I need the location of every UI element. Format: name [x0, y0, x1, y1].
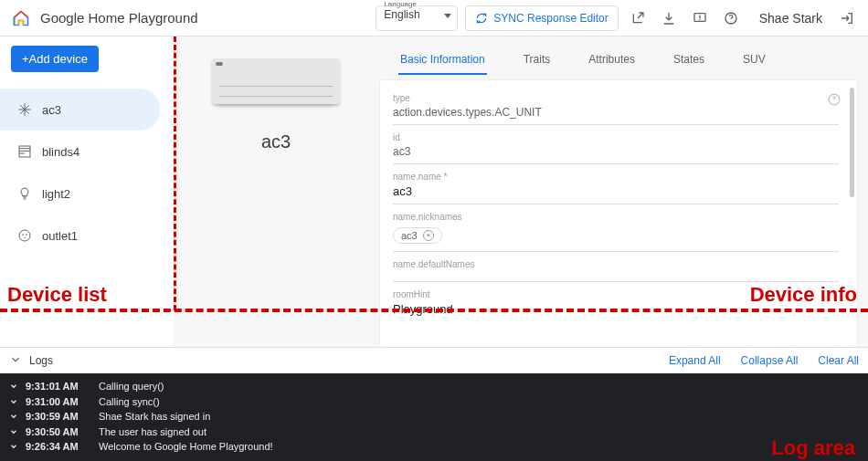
logs-toggle-icon[interactable] — [9, 353, 22, 369]
help-icon[interactable] — [719, 6, 743, 30]
chevron-down-icon — [9, 427, 18, 436]
defaultnames-label: name.defaultNames — [393, 259, 839, 269]
logs-expand-all[interactable]: Expand All — [669, 354, 721, 367]
bulb-icon — [16, 185, 33, 202]
logs-clear-all[interactable]: Clear All — [818, 354, 859, 367]
nicknames-label: name.nicknames — [393, 212, 839, 222]
log-time: 9:30:50 AM — [26, 424, 91, 440]
annotation-divider-horizontal — [0, 309, 868, 312]
tab-basic-information[interactable]: Basic Information — [398, 49, 487, 75]
logo-wrap: Google Home Playground — [9, 6, 198, 30]
snowflake-icon — [16, 101, 33, 118]
type-label: type — [393, 93, 839, 103]
sync-response-editor-button[interactable]: SYNC Response Editor — [465, 5, 618, 31]
defaultnames-input[interactable] — [393, 269, 839, 282]
svg-point-3 — [19, 230, 30, 241]
device-item-ac3[interactable]: ac3 — [0, 89, 160, 131]
log-msg: The user has signed out — [99, 424, 206, 440]
logs-body: 9:31:01 AMCalling query() 9:31:00 AMCall… — [0, 373, 868, 461]
device-item-label: light2 — [42, 187, 70, 201]
log-time: 9:26:34 AM — [26, 439, 91, 455]
tab-suv[interactable]: SUV — [741, 49, 767, 75]
app-title: Google Home Playground — [40, 10, 198, 26]
user-name: Shae Stark — [759, 11, 822, 26]
device-item-blinds4[interactable]: blinds4 — [0, 131, 174, 173]
device-preview: ac3 — [185, 46, 367, 347]
annotation-device-info: Device info — [750, 283, 857, 307]
id-value: ac3 — [393, 142, 839, 164]
logout-icon[interactable] — [835, 6, 859, 30]
download-icon[interactable] — [657, 6, 681, 30]
log-entry[interactable]: 9:30:50 AMThe user has signed out — [9, 424, 859, 440]
ac-unit-image — [212, 58, 340, 104]
log-entry[interactable]: 9:31:01 AMCalling query() — [9, 379, 859, 394]
export-icon[interactable] — [626, 6, 650, 30]
annotation-device-list: Device list — [7, 283, 107, 307]
blinds-icon — [16, 143, 33, 160]
sync-icon — [475, 12, 488, 25]
nickname-chip-label: ac3 — [401, 230, 418, 241]
tab-states[interactable]: States — [672, 49, 706, 75]
basic-info-pane: type action.devices.types.AC_UNIT id ac3… — [380, 80, 857, 347]
app-header: Google Home Playground Language English … — [0, 0, 868, 37]
device-item-light2[interactable]: light2 — [0, 173, 174, 215]
add-device-button[interactable]: +Add device — [11, 46, 99, 72]
device-list: ac3 blinds4 light2 outlet1 — [0, 89, 174, 257]
chevron-down-icon — [9, 412, 18, 421]
chevron-down-icon — [9, 382, 18, 391]
name-input[interactable]: ac3 — [393, 182, 839, 204]
log-msg: Welcome to Google Home Playground! — [99, 439, 273, 455]
logs-collapse-all[interactable]: Collapse All — [741, 354, 799, 367]
annotation-log-area: Log area — [771, 436, 855, 460]
tab-traits[interactable]: Traits — [522, 49, 553, 75]
field-help-icon[interactable] — [828, 93, 841, 110]
chevron-down-icon — [9, 442, 18, 451]
log-time: 9:31:00 AM — [26, 394, 91, 410]
log-entry[interactable]: 9:31:00 AMCalling sync() — [9, 394, 859, 410]
log-entry[interactable]: 9:26:34 AMWelcome to Google Home Playgro… — [9, 439, 859, 455]
chevron-down-icon — [9, 397, 18, 406]
log-msg: Shae Stark has signed in — [99, 409, 210, 424]
type-value[interactable]: action.devices.types.AC_UNIT — [393, 103, 839, 125]
outlet-icon — [16, 227, 33, 244]
device-item-label: outlet1 — [42, 229, 78, 243]
language-select-value: English — [384, 8, 419, 21]
log-msg: Calling sync() — [99, 394, 160, 410]
logs-panel: Logs Expand All Collapse All Clear All 9… — [0, 347, 868, 461]
sync-button-label: SYNC Response Editor — [493, 12, 608, 25]
google-home-logo-icon — [9, 6, 33, 30]
detail-tabs: Basic Information Traits Attributes Stat… — [380, 46, 857, 75]
log-entry[interactable]: 9:30:59 AMShae Stark has signed in — [9, 409, 859, 424]
log-time: 9:31:01 AM — [26, 379, 91, 394]
name-label: name.name * — [393, 172, 839, 182]
language-select[interactable]: Language English — [376, 5, 458, 31]
annotation-divider-vertical — [174, 37, 176, 310]
device-title: ac3 — [261, 131, 291, 152]
feedback-icon[interactable] — [688, 6, 712, 30]
logs-title: Logs — [29, 354, 53, 367]
device-item-label: ac3 — [42, 103, 61, 117]
log-msg: Calling query() — [99, 379, 164, 394]
nickname-chip[interactable]: ac3 × — [393, 227, 442, 244]
tab-attributes[interactable]: Attributes — [587, 49, 637, 75]
language-select-label: Language — [382, 0, 418, 8]
nicknames-input[interactable]: ac3 × — [393, 222, 839, 252]
device-item-label: blinds4 — [42, 145, 79, 159]
log-time: 9:30:59 AM — [26, 409, 91, 424]
device-item-outlet1[interactable]: outlet1 — [0, 215, 174, 257]
id-label: id — [393, 132, 839, 142]
chip-remove-icon[interactable]: × — [423, 230, 434, 241]
chevron-down-icon — [444, 14, 451, 18]
svg-rect-2 — [19, 146, 30, 157]
pane-scrollbar[interactable] — [850, 88, 854, 197]
